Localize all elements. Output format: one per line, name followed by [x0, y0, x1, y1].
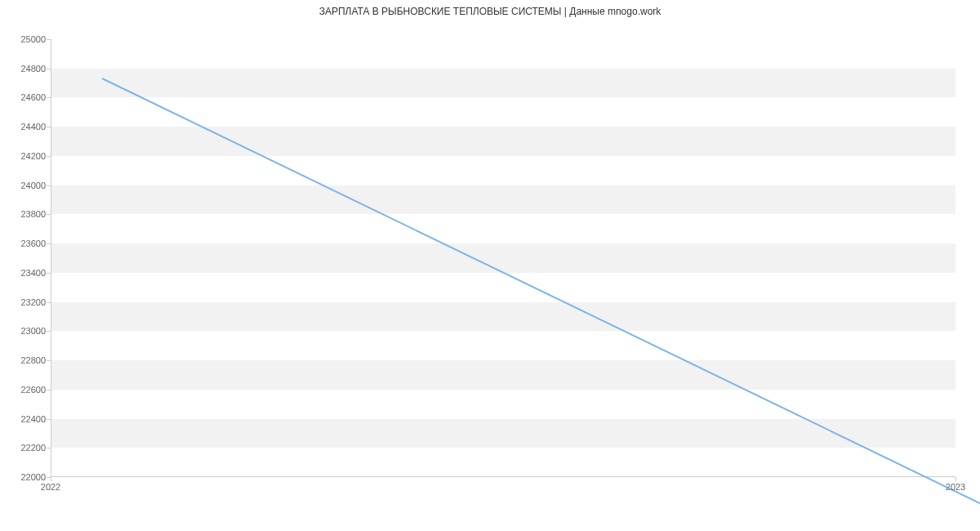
y-axis-tick-label: 23200	[5, 297, 46, 307]
y-axis-tick-mark	[47, 302, 51, 303]
y-axis-tick-mark	[47, 360, 51, 361]
y-axis-tick-label: 23800	[5, 209, 46, 219]
y-axis-tick-mark	[47, 39, 51, 40]
y-axis-tick-label: 22200	[5, 443, 46, 453]
y-axis-tick-label: 22000	[5, 472, 46, 482]
x-axis-tick-label: 2022	[41, 482, 60, 492]
y-axis-tick-mark	[47, 214, 51, 215]
y-axis-tick-label: 24400	[5, 122, 46, 132]
y-axis-tick-label: 22800	[5, 355, 46, 365]
y-axis-tick-label: 24200	[5, 151, 46, 161]
chart-container: ЗАРПЛАТА В РЫБНОВСКИЕ ТЕПЛОВЫЕ СИСТЕМЫ |…	[0, 0, 980, 531]
y-axis-tick-mark	[47, 127, 51, 127]
y-axis-tick-mark	[47, 243, 51, 244]
y-axis-tick-mark	[47, 448, 51, 448]
y-axis-tick-mark	[47, 69, 51, 69]
y-axis-tick-label: 22400	[5, 414, 46, 424]
plot-area	[51, 39, 956, 477]
y-axis-tick-mark	[47, 331, 51, 332]
y-axis-tick-label: 22600	[5, 385, 46, 395]
y-axis-tick-label: 23400	[5, 268, 46, 278]
y-axis-tick-mark	[47, 156, 51, 157]
line-chart-svg	[102, 78, 980, 516]
x-axis-tick-mark	[51, 477, 51, 481]
y-axis-tick-mark	[47, 419, 51, 420]
chart-title: ЗАРПЛАТА В РЫБНОВСКИЕ ТЕПЛОВЫЕ СИСТЕМЫ |…	[0, 6, 980, 17]
y-axis-tick-label: 24600	[5, 92, 46, 102]
y-axis-tick-mark	[47, 97, 51, 98]
y-axis-tick-mark	[47, 390, 51, 390]
y-axis-tick-label: 25000	[5, 34, 46, 44]
x-axis-tick-mark	[956, 477, 956, 481]
x-axis-tick-label: 2023	[946, 482, 965, 492]
y-axis-tick-label: 24000	[5, 181, 46, 190]
y-axis-tick-label: 23600	[5, 239, 46, 248]
y-axis-tick-label: 23000	[5, 326, 46, 336]
y-axis-tick-mark	[47, 273, 51, 274]
y-axis-tick-mark	[47, 185, 51, 186]
data-series-line	[102, 78, 980, 516]
y-axis-tick-label: 24800	[5, 64, 46, 74]
